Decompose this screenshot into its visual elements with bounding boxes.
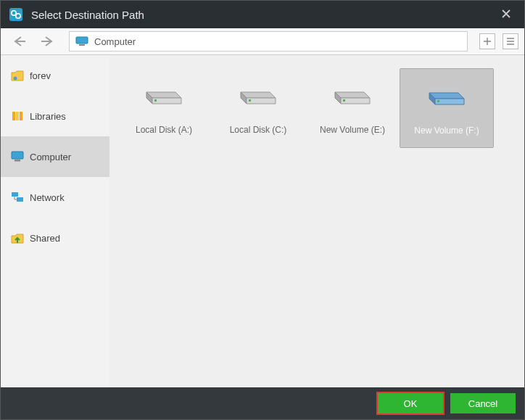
svg-rect-20 <box>249 99 251 102</box>
sidebar-item-label: Shared <box>30 233 60 244</box>
svg-rect-11 <box>12 192 18 197</box>
sidebar-item-network[interactable]: Network <box>1 177 109 218</box>
hard-disk-icon <box>142 73 186 109</box>
network-icon <box>11 191 24 204</box>
svg-rect-24 <box>343 99 345 102</box>
svg-rect-3 <box>76 37 88 44</box>
drive-item[interactable]: Local Disk (A:) <box>117 68 211 148</box>
cancel-button[interactable]: Cancel <box>450 393 516 413</box>
sidebar-item-user[interactable]: forev <box>1 55 109 96</box>
path-bar[interactable]: Computer <box>69 31 468 52</box>
new-folder-button[interactable] <box>479 33 495 49</box>
toolbar: Computer <box>1 28 524 55</box>
drive-item[interactable]: Local Disk (C:) <box>211 68 305 148</box>
path-label: Computer <box>94 36 136 47</box>
hard-disk-icon <box>331 73 374 109</box>
sidebar: forev Libraries Computer Network <box>1 55 109 387</box>
drive-item[interactable]: New Volume (E:) <box>305 68 400 148</box>
drive-item[interactable]: New Volume (F:) <box>400 68 494 148</box>
sidebar-item-shared[interactable]: Shared <box>1 218 109 258</box>
sidebar-item-label: Libraries <box>30 111 66 122</box>
svg-rect-6 <box>12 112 15 120</box>
nav-forward-button[interactable] <box>36 34 60 49</box>
shared-icon <box>11 231 24 244</box>
titlebar: Select Destination Path <box>1 1 524 28</box>
user-folder-icon <box>11 69 24 82</box>
close-button[interactable] <box>495 4 517 25</box>
svg-rect-4 <box>79 44 85 46</box>
sidebar-item-label: Computer <box>30 152 71 162</box>
nav-back-button[interactable] <box>7 34 31 49</box>
ok-button[interactable]: OK <box>378 393 443 413</box>
app-icon <box>8 7 24 22</box>
bottom-bar: OK Cancel <box>1 387 524 419</box>
libraries-icon <box>11 110 24 123</box>
svg-rect-12 <box>17 197 23 202</box>
sidebar-item-label: forev <box>30 70 51 81</box>
sidebar-item-libraries[interactable]: Libraries <box>1 96 109 136</box>
drive-label: Local Disk (A:) <box>136 125 192 135</box>
svg-rect-9 <box>12 152 23 159</box>
hard-disk-icon <box>425 73 468 110</box>
svg-rect-28 <box>437 100 439 102</box>
svg-rect-10 <box>15 160 20 162</box>
svg-rect-8 <box>20 112 22 120</box>
main-panel: Local Disk (A:) Local Disk (C:) <box>109 55 524 387</box>
window-title: Select Destination Path <box>31 9 144 21</box>
svg-rect-7 <box>16 112 19 120</box>
sidebar-item-computer[interactable]: Computer <box>1 136 109 177</box>
drive-label: New Volume (F:) <box>414 125 479 136</box>
computer-icon <box>75 36 88 46</box>
computer-icon <box>11 150 24 163</box>
svg-point-5 <box>14 77 17 81</box>
view-list-button[interactable] <box>503 33 518 49</box>
svg-rect-16 <box>154 99 157 102</box>
hard-disk-icon <box>236 73 280 109</box>
drive-label: Local Disk (C:) <box>230 125 287 135</box>
drive-label: New Volume (E:) <box>320 125 385 135</box>
sidebar-item-label: Network <box>30 192 65 203</box>
